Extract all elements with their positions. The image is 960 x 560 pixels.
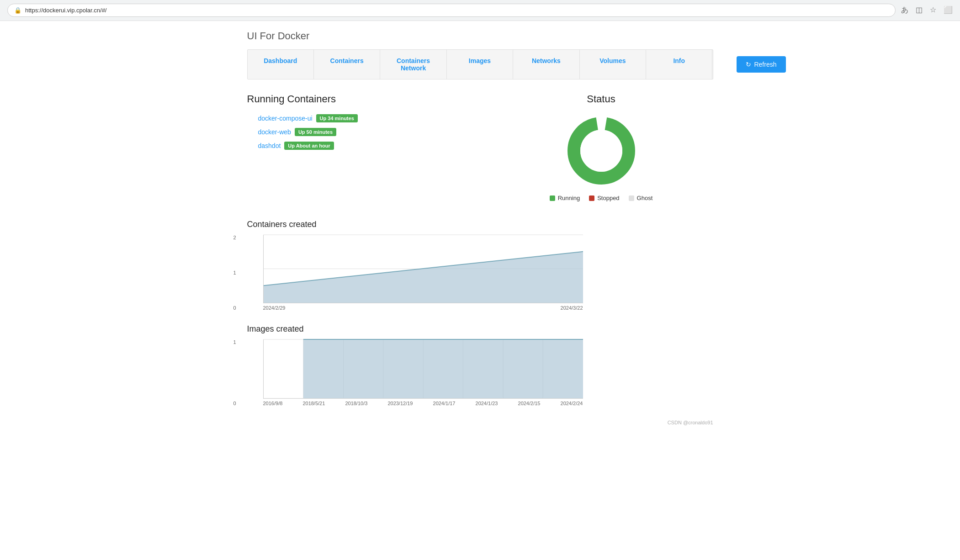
- containers-created-chart: Containers created 2 1 0: [247, 220, 713, 311]
- list-item: docker-compose-ui Up 34 minutes: [258, 114, 471, 122]
- legend-label-stopped: Stopped: [597, 195, 619, 201]
- y-label-1: 1: [233, 339, 236, 345]
- containers-chart-svg: [264, 235, 583, 303]
- nav-bar: Dashboard Containers Containers Network …: [247, 49, 713, 79]
- refresh-icon: ↻: [746, 61, 751, 68]
- footer-note: CSDN @cronaldo91: [247, 420, 713, 425]
- app-container: UI For Docker Dashboard Containers Conta…: [229, 21, 732, 434]
- x-label-end: 2024/3/22: [561, 305, 583, 311]
- status-section: Status Running Stopped: [489, 93, 713, 201]
- browser-toolbar-icons: あ ◫ ☆ ⬜: [901, 5, 953, 15]
- translate-icon[interactable]: あ: [901, 5, 908, 15]
- running-containers-title: Running Containers: [247, 93, 471, 105]
- legend-label-ghost: Ghost: [637, 195, 653, 201]
- legend-dot-ghost: [629, 195, 634, 201]
- list-item: docker-web Up 50 minutes: [258, 128, 471, 136]
- container-link-0[interactable]: docker-compose-ui: [258, 115, 313, 122]
- svg-marker-6: [264, 252, 583, 303]
- browser-chrome: 🔒 https://dockerui.vip.cpolar.cn/#/ あ ◫ …: [0, 0, 960, 21]
- lock-icon: 🔒: [14, 7, 21, 14]
- refresh-button[interactable]: ↻ Refresh: [737, 56, 785, 73]
- donut-chart-container: [489, 114, 713, 187]
- y-label-0: 0: [233, 305, 236, 311]
- container-link-2[interactable]: dashdot: [258, 142, 281, 149]
- x-label-4: 2024/1/17: [433, 401, 456, 406]
- images-created-title: Images created: [247, 324, 713, 334]
- containers-chart-area: [263, 235, 583, 303]
- reader-icon[interactable]: ◫: [916, 5, 923, 15]
- legend-label-running: Running: [558, 195, 580, 201]
- status-badge-2: Up About an hour: [284, 142, 334, 150]
- images-created-chart: Images created 1 0: [247, 324, 713, 406]
- nav-item-networks[interactable]: Networks: [513, 50, 579, 79]
- nav-item-dashboard[interactable]: Dashboard: [248, 50, 314, 79]
- svg-marker-16: [303, 339, 583, 398]
- containers-created-title: Containers created: [247, 220, 713, 229]
- chart-legend: Running Stopped Ghost: [489, 195, 713, 201]
- x-label-1: 2018/5/21: [302, 401, 325, 406]
- list-item: dashdot Up About an hour: [258, 142, 471, 150]
- nav-item-containers[interactable]: Containers: [314, 50, 380, 79]
- main-content: Running Containers docker-compose-ui Up …: [247, 93, 713, 201]
- donut-chart: [565, 114, 638, 187]
- refresh-label: Refresh: [754, 61, 776, 68]
- images-x-labels: 2016/9/8 2018/5/21 2018/10/3 2023/12/19 …: [263, 401, 583, 406]
- container-link-1[interactable]: docker-web: [258, 128, 291, 136]
- charts-section: Containers created 2 1 0: [247, 220, 713, 406]
- status-badge-1: Up 50 minutes: [295, 128, 336, 136]
- url-text: https://dockerui.vip.cpolar.cn/#/: [25, 7, 106, 14]
- legend-ghost: Ghost: [629, 195, 653, 201]
- nav-item-images[interactable]: Images: [447, 50, 513, 79]
- y-label-2: 2: [233, 235, 236, 240]
- x-label-5: 2024/1/23: [476, 401, 498, 406]
- images-y-labels: 1 0: [233, 339, 236, 406]
- x-label-3: 2023/12/19: [387, 401, 413, 406]
- x-label-2: 2018/10/3: [345, 401, 367, 406]
- status-badge-0: Up 34 minutes: [316, 114, 358, 122]
- container-list: docker-compose-ui Up 34 minutes docker-w…: [247, 114, 471, 150]
- y-label-0: 0: [233, 401, 236, 406]
- x-label-7: 2024/2/24: [561, 401, 583, 406]
- nav-item-info[interactable]: Info: [646, 50, 712, 79]
- images-chart-area: [263, 339, 583, 399]
- x-label-0: 2016/9/8: [263, 401, 283, 406]
- app-title: UI For Docker: [247, 30, 713, 42]
- sidebar-icon[interactable]: ⬜: [944, 5, 953, 15]
- legend-stopped: Stopped: [589, 195, 619, 201]
- containers-chart-wrapper: 2 1 0 20: [247, 235, 713, 311]
- legend-dot-running: [550, 195, 555, 201]
- running-containers-section: Running Containers docker-compose-ui Up …: [247, 93, 471, 201]
- url-bar[interactable]: 🔒 https://dockerui.vip.cpolar.cn/#/: [7, 4, 896, 17]
- y-label-1: 1: [233, 270, 236, 275]
- legend-dot-stopped: [589, 195, 594, 201]
- nav-item-volumes[interactable]: Volumes: [580, 50, 646, 79]
- x-label-start: 2024/2/29: [263, 305, 286, 311]
- containers-x-labels: 2024/2/29 2024/3/22: [263, 305, 583, 311]
- x-label-6: 2024/2/15: [518, 401, 541, 406]
- nav-item-containers-network[interactable]: Containers Network: [380, 50, 446, 79]
- images-chart-svg: [264, 339, 583, 398]
- status-title: Status: [489, 93, 713, 105]
- bookmark-icon[interactable]: ☆: [930, 5, 936, 15]
- legend-running: Running: [550, 195, 580, 201]
- images-chart-wrapper: 1 0: [247, 339, 713, 406]
- containers-y-labels: 2 1 0: [233, 235, 236, 311]
